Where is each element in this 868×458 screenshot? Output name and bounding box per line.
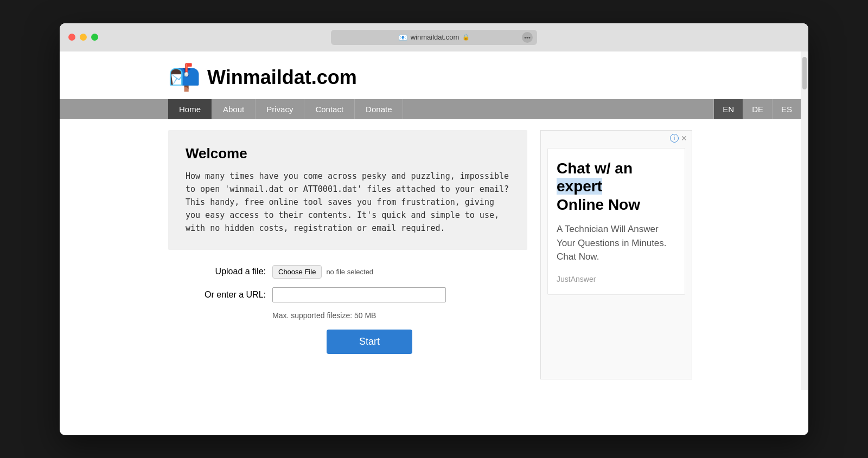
minimize-button[interactable] bbox=[80, 34, 87, 41]
ad-content: Chat w/ an expert Online Now A Technicia… bbox=[547, 148, 685, 295]
scrollbar[interactable] bbox=[801, 51, 808, 390]
max-size-text: Max. supported filesize: 50 MB bbox=[272, 311, 527, 320]
content-area: Welcome How many times have you come acr… bbox=[168, 130, 527, 354]
ad-headline-part2: expert bbox=[557, 178, 602, 195]
favicon-icon: 📧 bbox=[398, 33, 407, 42]
welcome-title: Welcome bbox=[186, 145, 510, 162]
ad-headline: Chat w/ an expert Online Now bbox=[557, 159, 676, 214]
nav-item-privacy[interactable]: Privacy bbox=[256, 99, 304, 119]
url-label: Or enter a URL: bbox=[179, 290, 266, 300]
nav-item-contact[interactable]: Contact bbox=[304, 99, 355, 119]
site-title: Winmaildat.com bbox=[207, 66, 357, 89]
ad-headline-part1: Chat w/ an bbox=[557, 160, 633, 177]
ad-source: JustAnswer bbox=[557, 275, 676, 283]
file-input-wrapper: Choose File no file selected bbox=[272, 265, 373, 279]
welcome-box: Welcome How many times have you come acr… bbox=[168, 130, 527, 250]
main-nav: Home About Privacy Contact Donate EN DE … bbox=[60, 99, 801, 119]
upload-label: Upload a file: bbox=[179, 267, 266, 276]
scrollbar-thumb[interactable] bbox=[802, 57, 807, 89]
nav-item-donate[interactable]: Donate bbox=[355, 99, 403, 119]
choose-file-button[interactable]: Choose File bbox=[272, 265, 322, 279]
ad-body: A Technician Will Answer Your Questions … bbox=[557, 222, 676, 264]
url-input[interactable] bbox=[272, 287, 446, 302]
address-bar[interactable]: 📧 winmaildat.com 🔒 ••• bbox=[331, 30, 537, 45]
nav-item-about[interactable]: About bbox=[212, 99, 256, 119]
title-bar: 📧 winmaildat.com 🔒 ••• bbox=[60, 23, 808, 51]
start-button[interactable]: Start bbox=[327, 330, 412, 354]
browser-window: 📧 winmaildat.com 🔒 ••• 📬 Winmaildat.com … bbox=[60, 23, 808, 435]
upload-form: Upload a file: Choose File no file selec… bbox=[168, 265, 527, 354]
lock-icon: 🔒 bbox=[462, 34, 470, 41]
lang-en[interactable]: EN bbox=[713, 99, 743, 119]
ad-sidebar: i ✕ Chat w/ an expert Online Now A Techn… bbox=[540, 130, 692, 379]
site-logo-icon: 📬 bbox=[168, 62, 201, 93]
ad-headline-part3: Online Now bbox=[557, 196, 640, 213]
upload-row: Upload a file: Choose File no file selec… bbox=[179, 265, 527, 279]
lang-de[interactable]: DE bbox=[743, 99, 772, 119]
address-text: winmaildat.com bbox=[411, 33, 459, 41]
more-options-button[interactable]: ••• bbox=[522, 32, 533, 43]
url-row: Or enter a URL: bbox=[179, 287, 527, 302]
lang-es[interactable]: ES bbox=[772, 99, 801, 119]
nav-item-home[interactable]: Home bbox=[168, 99, 212, 119]
close-button[interactable] bbox=[68, 34, 75, 41]
welcome-text: How many times have you come across pesk… bbox=[186, 170, 510, 235]
main-layout: Welcome How many times have you come acr… bbox=[60, 119, 801, 390]
ad-close-icon[interactable]: ✕ bbox=[681, 134, 687, 143]
maximize-button[interactable] bbox=[91, 34, 98, 41]
start-btn-wrapper: Start bbox=[212, 330, 527, 354]
no-file-text: no file selected bbox=[326, 268, 373, 276]
ad-info-icon[interactable]: i bbox=[670, 134, 679, 143]
ad-top-bar: i ✕ bbox=[541, 131, 692, 146]
nav-spacer bbox=[403, 99, 713, 119]
site-header: 📬 Winmaildat.com bbox=[60, 51, 801, 93]
language-group: EN DE ES bbox=[713, 99, 801, 119]
